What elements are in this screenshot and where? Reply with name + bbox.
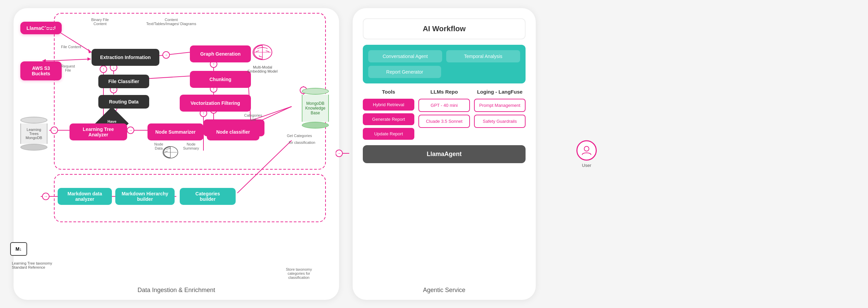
report-generator-btn[interactable]: Report Generator	[368, 66, 441, 78]
svg-point-20	[100, 66, 107, 73]
learning-tree-analyzer-box: Learning Tree Analyzer	[70, 123, 127, 140]
svg-line-22	[159, 52, 190, 56]
left-to-right-arrow: →	[336, 148, 353, 160]
node-brain-icon	[161, 144, 180, 162]
file-classifier-box: File Classifier	[98, 75, 149, 88]
svg-text:→: →	[164, 53, 168, 57]
request-file-annotation: RequestFile	[61, 64, 75, 72]
node-summarizer-box: Node Summarizer	[147, 123, 203, 140]
svg-text:↑: ↑	[213, 62, 215, 66]
tools-col: Tools Hybrid Retrieval Generate Report U…	[363, 89, 414, 140]
ai-workflow-header: AI Workflow	[363, 18, 526, 39]
categories-builder-box: Categoriesbuilder	[180, 188, 236, 205]
conversational-agent-btn[interactable]: Conversational Agent	[368, 50, 442, 62]
markdown-hierarchy-builder-box: Markdown Hierarchybuilder	[115, 188, 175, 205]
svg-line-59	[237, 140, 292, 193]
svg-text:→: →	[52, 128, 56, 133]
teal-section: Conversational Agent Temporal Analysis R…	[363, 45, 526, 83]
llms-header: LLMs Repo	[418, 89, 470, 95]
svg-point-41	[51, 127, 58, 134]
gpt-40-mini-btn[interactable]: GPT - 40 mini	[418, 99, 470, 112]
svg-text:→: →	[44, 194, 48, 199]
svg-text:↑: ↑	[202, 111, 204, 116]
llms-col: LLMs Repo GPT - 40 mini Cluade 3.5 Sonne…	[418, 89, 470, 140]
binary-file-annotation: Binary FileContent	[83, 18, 117, 26]
svg-text:↓: ↓	[113, 65, 115, 70]
svg-point-51	[42, 193, 49, 200]
tools-header: Tools	[363, 89, 414, 95]
learning-trees-db: Learning TreesMongoDB	[20, 117, 47, 151]
markdown-icon: M↓	[10, 242, 27, 256]
left-panel: LlamaCloud AWS S3Buckets Learning TreesM…	[14, 8, 339, 300]
multimodal-model: Multi-ModalEmbedding Model	[248, 42, 278, 73]
user-label: User	[582, 163, 591, 168]
routing-data-box: Routing Data	[98, 95, 149, 109]
left-panel-label: Data Ingestion & Enrichment	[137, 287, 215, 294]
graph-generation-box: Graph Generation	[190, 45, 251, 62]
svg-marker-5	[87, 57, 91, 61]
aws-s3-box: AWS S3Buckets	[20, 61, 62, 80]
external-sources: LlamaCloud AWS S3Buckets	[20, 22, 62, 80]
prompt-management-btn[interactable]: Prompt Management	[474, 99, 526, 112]
mongodb-kb: MongoDBKnowledgeBase	[302, 88, 329, 129]
content-text-annotation: ContentText/Tables/Images/ Diagrams	[146, 18, 197, 26]
markdown-data-analyzer-box: Markdown dataanalyzer	[58, 188, 112, 205]
agentic-label: Agentic Service	[423, 287, 465, 294]
temporal-analysis-btn[interactable]: Temporal Analysis	[446, 50, 520, 62]
node-data-annotation: NodeData	[154, 142, 163, 150]
hybrid-retrieval-btn[interactable]: Hybrid Retrieval	[363, 99, 414, 111]
llama-agent-bar: LlamaAgent	[363, 145, 526, 163]
store-taxonomy-annotation: Store taxonomycategories forclassificati…	[286, 267, 312, 280]
extraction-info-box: Extraction Information	[92, 49, 159, 66]
for-classification-annotation: for classification	[289, 140, 315, 145]
safety-guardrails-btn[interactable]: Safety Guardrails	[474, 115, 526, 128]
right-panel: → AI Workflow Conversational Agent Tempo…	[353, 8, 536, 300]
langfuse-col: Loging - LangFuse Prompt Management Safe…	[474, 89, 526, 140]
svg-marker-3	[88, 49, 92, 53]
node-summary-annotation: NodeSummary	[183, 142, 199, 150]
svg-text:↑: ↑	[102, 67, 104, 72]
svg-point-23	[163, 52, 170, 58]
generate-report-btn[interactable]: Generate Report	[363, 113, 414, 125]
vectorization-filtering-box: Vectorization Filtering	[180, 95, 251, 112]
svg-point-77	[584, 147, 589, 151]
claude-35-sonnet-btn[interactable]: Cluade 3.5 Sonnet	[418, 115, 470, 128]
update-report-btn[interactable]: Update Report	[363, 128, 414, 140]
learning-tree-taxonomy-label: Learning Tree taxonomyStandard Reference	[12, 261, 53, 269]
svg-point-44	[127, 127, 134, 134]
chunking-box: Chunking	[190, 71, 251, 88]
categories-list-annotation: CategoriesList	[244, 113, 262, 121]
svg-text:→: →	[337, 151, 341, 156]
svg-text:→: →	[129, 128, 133, 133]
file-content-annotation: File Content	[61, 45, 81, 49]
llamacloud-box: LlamaCloud	[20, 22, 62, 34]
get-categories-annotation: Get Categories	[287, 134, 312, 138]
langfuse-header: Loging - LangFuse	[474, 89, 526, 95]
tools-section: Tools Hybrid Retrieval Generate Report U…	[363, 89, 526, 140]
user-avatar	[576, 140, 597, 161]
main-container: LlamaCloud AWS S3Buckets Learning TreesM…	[7, 5, 861, 303]
node-classifier-box: Node classifier	[207, 123, 259, 140]
